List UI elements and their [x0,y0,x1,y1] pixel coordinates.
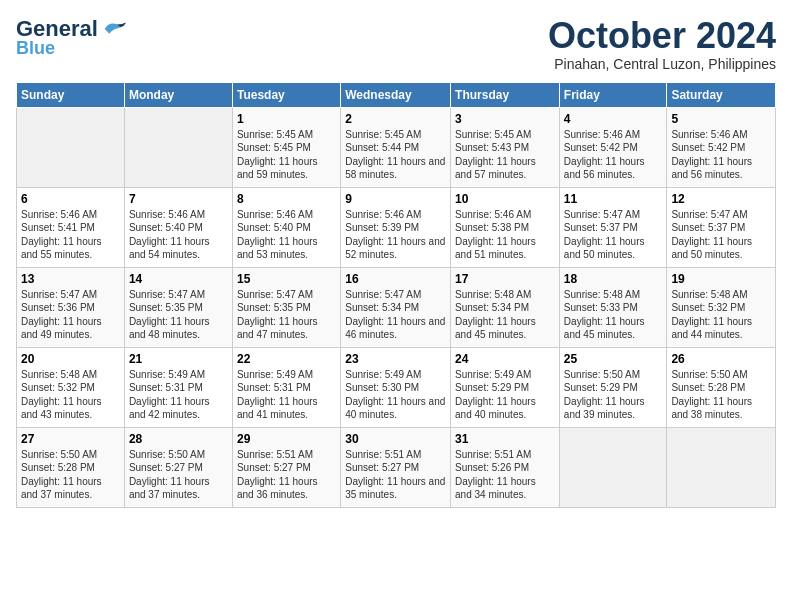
calendar-table: SundayMondayTuesdayWednesdayThursdayFrid… [16,82,776,508]
calendar-cell: 19Sunrise: 5:48 AMSunset: 5:32 PMDayligh… [667,267,776,347]
calendar-cell: 25Sunrise: 5:50 AMSunset: 5:29 PMDayligh… [559,347,667,427]
calendar-week-row: 27Sunrise: 5:50 AMSunset: 5:28 PMDayligh… [17,427,776,507]
calendar-cell [559,427,667,507]
calendar-cell: 10Sunrise: 5:46 AMSunset: 5:38 PMDayligh… [451,187,560,267]
calendar-cell: 21Sunrise: 5:49 AMSunset: 5:31 PMDayligh… [124,347,232,427]
day-detail: Sunrise: 5:49 AMSunset: 5:31 PMDaylight:… [129,368,228,422]
calendar-cell [667,427,776,507]
calendar-cell: 9Sunrise: 5:46 AMSunset: 5:39 PMDaylight… [341,187,451,267]
calendar-cell: 13Sunrise: 5:47 AMSunset: 5:36 PMDayligh… [17,267,125,347]
calendar-cell: 7Sunrise: 5:46 AMSunset: 5:40 PMDaylight… [124,187,232,267]
logo-bird-icon [100,19,128,39]
day-detail: Sunrise: 5:47 AMSunset: 5:37 PMDaylight:… [564,208,663,262]
calendar-cell [17,107,125,187]
day-detail: Sunrise: 5:46 AMSunset: 5:40 PMDaylight:… [237,208,336,262]
calendar-cell: 12Sunrise: 5:47 AMSunset: 5:37 PMDayligh… [667,187,776,267]
calendar-week-row: 13Sunrise: 5:47 AMSunset: 5:36 PMDayligh… [17,267,776,347]
day-number: 1 [237,112,336,126]
calendar-cell: 26Sunrise: 5:50 AMSunset: 5:28 PMDayligh… [667,347,776,427]
calendar-week-row: 1Sunrise: 5:45 AMSunset: 5:45 PMDaylight… [17,107,776,187]
day-detail: Sunrise: 5:50 AMSunset: 5:28 PMDaylight:… [21,448,120,502]
month-title: October 2024 [548,16,776,56]
day-number: 19 [671,272,771,286]
calendar-cell: 14Sunrise: 5:47 AMSunset: 5:35 PMDayligh… [124,267,232,347]
day-number: 12 [671,192,771,206]
day-number: 26 [671,352,771,366]
day-number: 3 [455,112,555,126]
calendar-cell: 20Sunrise: 5:48 AMSunset: 5:32 PMDayligh… [17,347,125,427]
day-number: 14 [129,272,228,286]
calendar-cell: 2Sunrise: 5:45 AMSunset: 5:44 PMDaylight… [341,107,451,187]
day-detail: Sunrise: 5:47 AMSunset: 5:37 PMDaylight:… [671,208,771,262]
column-header-wednesday: Wednesday [341,82,451,107]
day-number: 8 [237,192,336,206]
day-detail: Sunrise: 5:47 AMSunset: 5:36 PMDaylight:… [21,288,120,342]
column-header-tuesday: Tuesday [232,82,340,107]
day-number: 18 [564,272,663,286]
day-detail: Sunrise: 5:51 AMSunset: 5:26 PMDaylight:… [455,448,555,502]
calendar-cell: 31Sunrise: 5:51 AMSunset: 5:26 PMDayligh… [451,427,560,507]
day-detail: Sunrise: 5:50 AMSunset: 5:29 PMDaylight:… [564,368,663,422]
day-number: 17 [455,272,555,286]
column-header-thursday: Thursday [451,82,560,107]
calendar-cell: 24Sunrise: 5:49 AMSunset: 5:29 PMDayligh… [451,347,560,427]
day-number: 22 [237,352,336,366]
calendar-cell: 29Sunrise: 5:51 AMSunset: 5:27 PMDayligh… [232,427,340,507]
calendar-cell: 3Sunrise: 5:45 AMSunset: 5:43 PMDaylight… [451,107,560,187]
calendar-cell: 1Sunrise: 5:45 AMSunset: 5:45 PMDaylight… [232,107,340,187]
calendar-cell: 5Sunrise: 5:46 AMSunset: 5:42 PMDaylight… [667,107,776,187]
calendar-week-row: 20Sunrise: 5:48 AMSunset: 5:32 PMDayligh… [17,347,776,427]
day-detail: Sunrise: 5:48 AMSunset: 5:33 PMDaylight:… [564,288,663,342]
calendar-cell: 6Sunrise: 5:46 AMSunset: 5:41 PMDaylight… [17,187,125,267]
day-number: 28 [129,432,228,446]
day-detail: Sunrise: 5:49 AMSunset: 5:31 PMDaylight:… [237,368,336,422]
day-detail: Sunrise: 5:46 AMSunset: 5:42 PMDaylight:… [564,128,663,182]
day-number: 10 [455,192,555,206]
calendar-cell: 11Sunrise: 5:47 AMSunset: 5:37 PMDayligh… [559,187,667,267]
logo-blue: Blue [16,38,128,59]
day-detail: Sunrise: 5:46 AMSunset: 5:38 PMDaylight:… [455,208,555,262]
day-number: 21 [129,352,228,366]
title-block: October 2024 Pinahan, Central Luzon, Phi… [548,16,776,72]
day-number: 23 [345,352,446,366]
day-detail: Sunrise: 5:46 AMSunset: 5:42 PMDaylight:… [671,128,771,182]
day-number: 29 [237,432,336,446]
day-number: 31 [455,432,555,446]
logo: General Blue [16,16,128,59]
location-subtitle: Pinahan, Central Luzon, Philippines [548,56,776,72]
day-number: 24 [455,352,555,366]
day-number: 13 [21,272,120,286]
day-number: 5 [671,112,771,126]
column-header-sunday: Sunday [17,82,125,107]
day-detail: Sunrise: 5:46 AMSunset: 5:41 PMDaylight:… [21,208,120,262]
calendar-cell: 30Sunrise: 5:51 AMSunset: 5:27 PMDayligh… [341,427,451,507]
calendar-cell: 17Sunrise: 5:48 AMSunset: 5:34 PMDayligh… [451,267,560,347]
calendar-cell: 16Sunrise: 5:47 AMSunset: 5:34 PMDayligh… [341,267,451,347]
day-detail: Sunrise: 5:48 AMSunset: 5:32 PMDaylight:… [21,368,120,422]
day-detail: Sunrise: 5:48 AMSunset: 5:34 PMDaylight:… [455,288,555,342]
column-header-saturday: Saturday [667,82,776,107]
column-header-monday: Monday [124,82,232,107]
calendar-cell: 8Sunrise: 5:46 AMSunset: 5:40 PMDaylight… [232,187,340,267]
day-detail: Sunrise: 5:49 AMSunset: 5:29 PMDaylight:… [455,368,555,422]
day-number: 20 [21,352,120,366]
day-detail: Sunrise: 5:47 AMSunset: 5:35 PMDaylight:… [237,288,336,342]
day-detail: Sunrise: 5:49 AMSunset: 5:30 PMDaylight:… [345,368,446,422]
day-detail: Sunrise: 5:45 AMSunset: 5:44 PMDaylight:… [345,128,446,182]
day-detail: Sunrise: 5:51 AMSunset: 5:27 PMDaylight:… [345,448,446,502]
calendar-cell: 18Sunrise: 5:48 AMSunset: 5:33 PMDayligh… [559,267,667,347]
day-number: 2 [345,112,446,126]
day-number: 7 [129,192,228,206]
day-number: 4 [564,112,663,126]
column-header-friday: Friday [559,82,667,107]
day-detail: Sunrise: 5:50 AMSunset: 5:28 PMDaylight:… [671,368,771,422]
day-detail: Sunrise: 5:46 AMSunset: 5:39 PMDaylight:… [345,208,446,262]
calendar-week-row: 6Sunrise: 5:46 AMSunset: 5:41 PMDaylight… [17,187,776,267]
calendar-cell: 27Sunrise: 5:50 AMSunset: 5:28 PMDayligh… [17,427,125,507]
day-number: 27 [21,432,120,446]
day-number: 6 [21,192,120,206]
calendar-cell: 22Sunrise: 5:49 AMSunset: 5:31 PMDayligh… [232,347,340,427]
calendar-cell: 15Sunrise: 5:47 AMSunset: 5:35 PMDayligh… [232,267,340,347]
day-detail: Sunrise: 5:47 AMSunset: 5:34 PMDaylight:… [345,288,446,342]
calendar-cell: 23Sunrise: 5:49 AMSunset: 5:30 PMDayligh… [341,347,451,427]
